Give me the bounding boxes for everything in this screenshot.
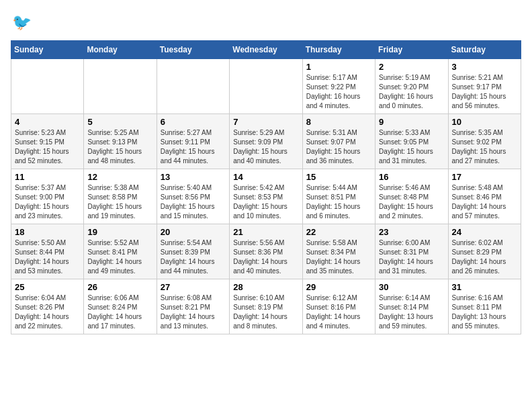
day-info: Sunrise: 6:14 AM Sunset: 8:14 PM Dayligh…: [379, 293, 444, 331]
day-info: Sunrise: 6:02 AM Sunset: 8:29 PM Dayligh…: [452, 238, 517, 276]
day-info: Sunrise: 6:12 AM Sunset: 8:16 PM Dayligh…: [306, 293, 371, 331]
day-info: Sunrise: 5:17 AM Sunset: 9:22 PM Dayligh…: [306, 73, 371, 111]
calendar-week-3: 11Sunrise: 5:37 AM Sunset: 9:00 PM Dayli…: [11, 169, 521, 224]
calendar-cell: 31Sunrise: 6:16 AM Sunset: 8:11 PM Dayli…: [448, 279, 521, 334]
calendar-cell: 1Sunrise: 5:17 AM Sunset: 9:22 PM Daylig…: [302, 59, 375, 114]
day-info: Sunrise: 5:21 AM Sunset: 9:17 PM Dayligh…: [452, 73, 517, 111]
day-info: Sunrise: 5:31 AM Sunset: 9:07 PM Dayligh…: [306, 128, 371, 166]
calendar-cell: 11Sunrise: 5:37 AM Sunset: 9:00 PM Dayli…: [11, 169, 84, 224]
calendar-header-row: SundayMondayTuesdayWednesdayThursdayFrid…: [11, 41, 521, 59]
day-info: Sunrise: 5:58 AM Sunset: 8:34 PM Dayligh…: [306, 238, 371, 276]
day-info: Sunrise: 6:08 AM Sunset: 8:21 PM Dayligh…: [161, 293, 226, 331]
calendar-cell: 29Sunrise: 6:12 AM Sunset: 8:16 PM Dayli…: [302, 279, 375, 334]
day-number: 13: [161, 172, 226, 182]
calendar-header-saturday: Saturday: [448, 41, 521, 59]
day-info: Sunrise: 6:10 AM Sunset: 8:19 PM Dayligh…: [233, 293, 298, 331]
calendar-cell: 5Sunrise: 5:25 AM Sunset: 9:13 PM Daylig…: [84, 114, 157, 169]
day-info: Sunrise: 5:54 AM Sunset: 8:39 PM Dayligh…: [161, 238, 226, 276]
calendar-cell: 12Sunrise: 5:38 AM Sunset: 8:58 PM Dayli…: [84, 169, 157, 224]
day-number: 2: [379, 62, 444, 72]
day-number: 15: [306, 172, 371, 182]
calendar-cell: 10Sunrise: 5:35 AM Sunset: 9:02 PM Dayli…: [448, 114, 521, 169]
calendar-cell: 6Sunrise: 5:27 AM Sunset: 9:11 PM Daylig…: [157, 114, 229, 169]
day-number: 24: [452, 227, 517, 237]
day-number: 5: [87, 117, 152, 127]
calendar-cell: 7Sunrise: 5:29 AM Sunset: 9:09 PM Daylig…: [230, 114, 302, 169]
day-number: 9: [379, 117, 444, 127]
day-number: 30: [379, 282, 444, 292]
calendar-week-1: 1Sunrise: 5:17 AM Sunset: 9:22 PM Daylig…: [11, 59, 521, 114]
calendar-header-sunday: Sunday: [11, 41, 84, 59]
day-info: Sunrise: 5:52 AM Sunset: 8:41 PM Dayligh…: [87, 238, 152, 276]
calendar-cell: 15Sunrise: 5:44 AM Sunset: 8:51 PM Dayli…: [302, 169, 375, 224]
day-info: Sunrise: 5:19 AM Sunset: 9:20 PM Dayligh…: [379, 73, 444, 111]
day-number: 17: [452, 172, 517, 182]
day-info: Sunrise: 5:37 AM Sunset: 9:00 PM Dayligh…: [15, 183, 80, 221]
calendar-header-friday: Friday: [375, 41, 448, 59]
day-info: Sunrise: 5:40 AM Sunset: 8:56 PM Dayligh…: [161, 183, 226, 221]
calendar-cell: 17Sunrise: 5:48 AM Sunset: 8:46 PM Dayli…: [448, 169, 521, 224]
calendar-cell: 27Sunrise: 6:08 AM Sunset: 8:21 PM Dayli…: [157, 279, 229, 334]
day-info: Sunrise: 5:23 AM Sunset: 9:15 PM Dayligh…: [15, 128, 80, 166]
day-number: 6: [161, 117, 226, 127]
day-info: Sunrise: 6:16 AM Sunset: 8:11 PM Dayligh…: [452, 293, 517, 331]
day-info: Sunrise: 5:48 AM Sunset: 8:46 PM Dayligh…: [452, 183, 517, 221]
day-info: Sunrise: 6:06 AM Sunset: 8:24 PM Dayligh…: [87, 293, 152, 331]
day-number: 29: [306, 282, 371, 292]
day-number: 4: [15, 117, 80, 127]
day-number: 16: [379, 172, 444, 182]
calendar-cell: 30Sunrise: 6:14 AM Sunset: 8:14 PM Dayli…: [375, 279, 448, 334]
calendar-cell: 8Sunrise: 5:31 AM Sunset: 9:07 PM Daylig…: [302, 114, 375, 169]
calendar-cell: 4Sunrise: 5:23 AM Sunset: 9:15 PM Daylig…: [11, 114, 84, 169]
day-number: 8: [306, 117, 371, 127]
day-info: Sunrise: 5:46 AM Sunset: 8:48 PM Dayligh…: [379, 183, 444, 221]
calendar-header-tuesday: Tuesday: [157, 41, 229, 59]
day-number: 31: [452, 282, 517, 292]
calendar-table: SundayMondayTuesdayWednesdayThursdayFrid…: [11, 40, 521, 334]
day-info: Sunrise: 6:04 AM Sunset: 8:26 PM Dayligh…: [15, 293, 80, 331]
day-number: 22: [306, 227, 371, 237]
day-info: Sunrise: 5:50 AM Sunset: 8:44 PM Dayligh…: [15, 238, 80, 276]
day-info: Sunrise: 5:56 AM Sunset: 8:36 PM Dayligh…: [233, 238, 298, 276]
calendar-cell: 3Sunrise: 5:21 AM Sunset: 9:17 PM Daylig…: [448, 59, 521, 114]
day-number: 28: [233, 282, 298, 292]
calendar-cell: 23Sunrise: 6:00 AM Sunset: 8:31 PM Dayli…: [375, 224, 448, 279]
day-number: 21: [233, 227, 298, 237]
logo-icon: 🐦: [11, 11, 35, 35]
calendar-cell: 26Sunrise: 6:06 AM Sunset: 8:24 PM Dayli…: [84, 279, 157, 334]
day-info: Sunrise: 5:25 AM Sunset: 9:13 PM Dayligh…: [87, 128, 152, 166]
day-info: Sunrise: 5:42 AM Sunset: 8:53 PM Dayligh…: [233, 183, 298, 221]
day-info: Sunrise: 5:27 AM Sunset: 9:11 PM Dayligh…: [161, 128, 226, 166]
day-info: Sunrise: 5:44 AM Sunset: 8:51 PM Dayligh…: [306, 183, 371, 221]
calendar-cell: 13Sunrise: 5:40 AM Sunset: 8:56 PM Dayli…: [157, 169, 229, 224]
day-number: 3: [452, 62, 517, 72]
calendar-header-wednesday: Wednesday: [230, 41, 302, 59]
day-info: Sunrise: 5:29 AM Sunset: 9:09 PM Dayligh…: [233, 128, 298, 166]
logo: 🐦: [11, 11, 38, 35]
day-info: Sunrise: 5:33 AM Sunset: 9:05 PM Dayligh…: [379, 128, 444, 166]
calendar-cell: 22Sunrise: 5:58 AM Sunset: 8:34 PM Dayli…: [302, 224, 375, 279]
day-number: 12: [87, 172, 152, 182]
calendar-cell: 21Sunrise: 5:56 AM Sunset: 8:36 PM Dayli…: [230, 224, 302, 279]
day-number: 19: [87, 227, 152, 237]
day-info: Sunrise: 5:38 AM Sunset: 8:58 PM Dayligh…: [87, 183, 152, 221]
calendar-cell: [230, 59, 302, 114]
calendar-week-2: 4Sunrise: 5:23 AM Sunset: 9:15 PM Daylig…: [11, 114, 521, 169]
calendar-cell: 16Sunrise: 5:46 AM Sunset: 8:48 PM Dayli…: [375, 169, 448, 224]
calendar-header-thursday: Thursday: [302, 41, 375, 59]
day-number: 10: [452, 117, 517, 127]
svg-text:🐦: 🐦: [12, 13, 32, 32]
day-info: Sunrise: 6:00 AM Sunset: 8:31 PM Dayligh…: [379, 238, 444, 276]
day-number: 1: [306, 62, 371, 72]
calendar-cell: 18Sunrise: 5:50 AM Sunset: 8:44 PM Dayli…: [11, 224, 84, 279]
calendar-week-5: 25Sunrise: 6:04 AM Sunset: 8:26 PM Dayli…: [11, 279, 521, 334]
day-number: 14: [233, 172, 298, 182]
calendar-week-4: 18Sunrise: 5:50 AM Sunset: 8:44 PM Dayli…: [11, 224, 521, 279]
calendar-cell: 20Sunrise: 5:54 AM Sunset: 8:39 PM Dayli…: [157, 224, 229, 279]
day-number: 27: [161, 282, 226, 292]
calendar-cell: 19Sunrise: 5:52 AM Sunset: 8:41 PM Dayli…: [84, 224, 157, 279]
day-number: 26: [87, 282, 152, 292]
calendar-cell: 2Sunrise: 5:19 AM Sunset: 9:20 PM Daylig…: [375, 59, 448, 114]
day-number: 11: [15, 172, 80, 182]
calendar-body: 1Sunrise: 5:17 AM Sunset: 9:22 PM Daylig…: [11, 59, 521, 334]
